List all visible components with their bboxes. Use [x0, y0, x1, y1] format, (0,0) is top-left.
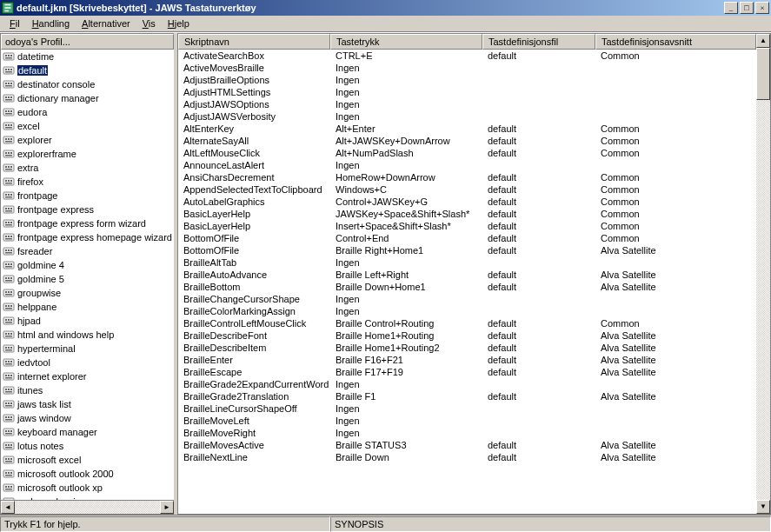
list-row[interactable]: BrailleBottomBraille Down+Home1defaultAl…	[178, 281, 756, 293]
tree-item[interactable]: helppane	[1, 300, 174, 314]
tree-item[interactable]: explorerframe	[1, 147, 174, 161]
list-row[interactable]: BrailleMoveRightIngen	[178, 427, 756, 439]
svg-rect-95	[5, 308, 12, 309]
list-row[interactable]: AltEnterKeyAlt+EnterdefaultCommon	[178, 123, 756, 135]
list-row[interactable]: AdjustJAWSOptionsIngen	[178, 98, 756, 110]
list-pane: SkriptnavnTastetrykkTastdefinisjonsfilTa…	[177, 33, 771, 515]
list-row[interactable]: BrailleNextLineBraille DowndefaultAlva S…	[178, 451, 756, 463]
list-row[interactable]: BrailleEnterBraille F16+F21defaultAlva S…	[178, 354, 756, 366]
menu-fil[interactable]: Fil	[3, 17, 26, 30]
scroll-track[interactable]	[15, 501, 160, 514]
profile-tree[interactable]: datetimedefaultdestinator consolediction…	[1, 50, 174, 500]
scroll-thumb[interactable]	[756, 48, 770, 100]
tree-item[interactable]: dictionary manager	[1, 91, 174, 105]
list-row[interactable]: ActiveMovesBrailleIngen	[178, 62, 756, 74]
list-row[interactable]: BrailleDescribeItemBraille Home1+Routing…	[178, 342, 756, 354]
tree-item[interactable]: goldmine 4	[1, 258, 174, 272]
svg-rect-149	[10, 458, 12, 460]
svg-rect-19	[10, 96, 12, 98]
svg-rect-78	[8, 263, 10, 265]
tree-item[interactable]: hyperterminal	[1, 342, 174, 356]
tree-item[interactable]: firefox	[1, 175, 174, 189]
tree-item[interactable]: frontpage express homepage wizard	[1, 230, 174, 244]
scroll-up-icon[interactable]: ▲	[756, 34, 770, 48]
tree-item[interactable]: frontpage express	[1, 203, 174, 216]
list-row[interactable]: BrailleGrade2ExpandCurrentWordIngen	[178, 378, 756, 390]
list-row[interactable]: BrailleColorMarkingAssignIngen	[178, 305, 756, 317]
tree-item[interactable]: microsoft outlook 2000	[1, 467, 174, 481]
close-button[interactable]: ×	[755, 2, 769, 14]
keymap-icon	[3, 64, 15, 76]
menu-alternativer[interactable]: Alternativer	[76, 17, 136, 30]
list-row[interactable]: AdjustBrailleOptionsIngen	[178, 74, 756, 86]
list-row[interactable]: AutoLabelGraphicsControl+JAWSKey+Gdefaul…	[178, 196, 756, 208]
list-row[interactable]: BasicLayerHelpInsert+Space&Shift+Slash*d…	[178, 220, 756, 232]
list-row[interactable]: BrailleAutoAdvanceBraille Left+Rightdefa…	[178, 269, 756, 281]
tree-item[interactable]: lotus notes	[1, 439, 174, 453]
list-row[interactable]: AnsiCharsDecrementHomeRow+DownArrowdefau…	[178, 171, 756, 183]
menu-vis[interactable]: Vis	[136, 17, 162, 30]
tree-item[interactable]: fsreader	[1, 244, 174, 258]
tree-item[interactable]: excel	[1, 119, 174, 133]
list-row[interactable]: BrailleLineCursorShapeOffIngen	[178, 402, 756, 415]
tree-item[interactable]: goldmine 5	[1, 272, 174, 286]
cell: Control+End	[330, 233, 482, 243]
list-row[interactable]: BrailleControlLeftMouseClickBraille Cont…	[178, 317, 756, 329]
tree-item[interactable]: jaws task list	[1, 397, 174, 411]
list-row[interactable]: BrailleAltTabIngen	[178, 256, 756, 269]
column-header[interactable]: Tastetrykk	[330, 34, 482, 50]
tree-hscroll[interactable]: ◄ ►	[1, 500, 174, 514]
tree-item[interactable]: internet explorer	[1, 369, 174, 383]
tree-item[interactable]: html and windows help	[1, 328, 174, 342]
menu-handling[interactable]: Handling	[26, 17, 76, 30]
list-row[interactable]: AdjustJAWSVerbosityIngen	[178, 110, 756, 123]
list-row[interactable]: BrailleMovesActiveBraille STATUS3default…	[178, 439, 756, 451]
tree-item[interactable]: datetime	[1, 50, 174, 63]
column-header[interactable]: Tastdefinisjonsavsnitt	[595, 34, 756, 50]
tree-item[interactable]: keyboard manager	[1, 425, 174, 439]
column-header[interactable]: Skriptnavn	[178, 34, 330, 50]
scroll-left-icon[interactable]: ◄	[1, 501, 15, 514]
cell: AdjustHTMLSettings	[178, 87, 330, 97]
scroll-track[interactable]	[756, 48, 770, 500]
list-row[interactable]: BrailleGrade2TranslationBraille F1defaul…	[178, 390, 756, 402]
list-row[interactable]: AltLeftMouseClickAlt+NumPadSlashdefaultC…	[178, 147, 756, 159]
list-row[interactable]: ActivateSearchBoxCTRL+EdefaultCommon	[178, 50, 756, 62]
minimize-button[interactable]: _	[724, 2, 738, 14]
list-row[interactable]: BasicLayerHelpJAWSKey+Space&Shift+Slash*…	[178, 208, 756, 220]
list-row[interactable]: AnnounceLastAlertIngen	[178, 159, 756, 171]
tree-item[interactable]: microsoft outlook xp	[1, 481, 174, 495]
tree-item[interactable]: destinator console	[1, 77, 174, 91]
tree-item[interactable]: jaws window	[1, 411, 174, 425]
column-header[interactable]: Tastdefinisjonsfil	[482, 34, 595, 50]
tree-item[interactable]: groupwise	[1, 286, 174, 300]
tree-item[interactable]: eudora	[1, 105, 174, 119]
tree-item[interactable]: extra	[1, 161, 174, 175]
list-row[interactable]: AppendSelectedTextToClipboardWindows+Cde…	[178, 183, 756, 196]
tree-item[interactable]: frontpage express form wizard	[1, 216, 174, 230]
tree-item[interactable]: iedvtool	[1, 356, 174, 369]
tree-item[interactable]: default	[1, 63, 174, 77]
tree-item[interactable]: microsoft excel	[1, 453, 174, 467]
svg-rect-14	[10, 83, 12, 84]
list-row[interactable]: AdjustHTMLSettingsIngen	[178, 86, 756, 98]
maximize-button[interactable]: □	[740, 2, 754, 14]
scroll-down-icon[interactable]: ▼	[756, 500, 770, 514]
list-row[interactable]: BrailleDescribeFontBraille Home1+Routing…	[178, 329, 756, 342]
svg-rect-93	[8, 305, 10, 307]
tree-item[interactable]: explorer	[1, 133, 174, 147]
tree-item[interactable]: itunes	[1, 383, 174, 397]
list-vscroll[interactable]: ▲ ▼	[756, 34, 770, 514]
tree-item[interactable]: hjpad	[1, 314, 174, 328]
list-row[interactable]: AlternateSayAllAlt+JAWSKey+DownArrowdefa…	[178, 135, 756, 147]
scroll-right-icon[interactable]: ►	[160, 501, 174, 514]
tree-item[interactable]: frontpage	[1, 189, 174, 203]
list-row[interactable]: BottomOfFileControl+EnddefaultCommon	[178, 232, 756, 244]
list-row[interactable]: BrailleMoveLeftIngen	[178, 415, 756, 427]
list-row[interactable]: BottomOfFileBraille Right+Home1defaultAl…	[178, 244, 756, 256]
list-row[interactable]: BrailleChangeCursorShapeIngen	[178, 293, 756, 305]
list-row[interactable]: BrailleEscapeBraille F17+F19defaultAlva …	[178, 366, 756, 378]
list-body[interactable]: ActivateSearchBoxCTRL+EdefaultCommonActi…	[178, 50, 756, 463]
menu-hjelp[interactable]: Hjelp	[162, 17, 196, 30]
tree-header[interactable]: odoya's Profil...	[1, 34, 174, 50]
